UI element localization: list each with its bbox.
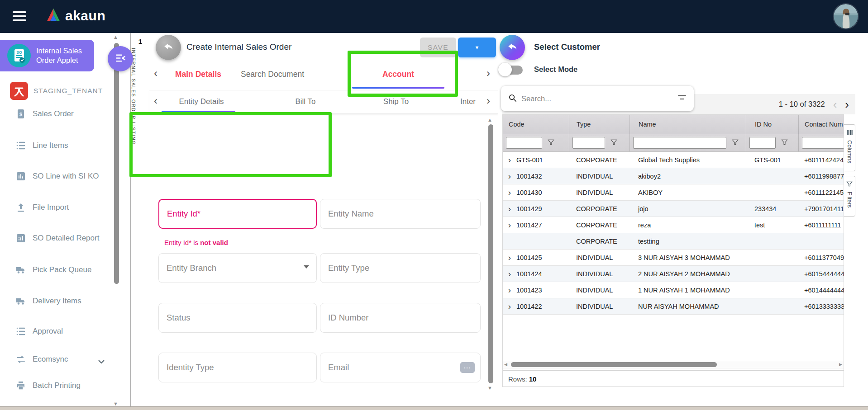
field-entity-name[interactable]: Entity Name [320, 199, 481, 229]
truck-icon [15, 296, 26, 306]
autofill-chip-icon[interactable]: ··· [460, 362, 475, 373]
picker-back-button[interactable] [500, 35, 525, 60]
field-identity-type[interactable]: Identity Type [158, 353, 317, 382]
column-header-contact-num[interactable]: Contact Num [798, 115, 844, 134]
table-row[interactable]: ›1001429CORPORATEjojo233434+7901701411 [503, 201, 844, 217]
column-header-code[interactable]: Code [503, 115, 569, 134]
sidebar-scroll-up-arrow[interactable]: ▲ [113, 34, 118, 40]
sidebar-item-so-detailed-report[interactable]: SO Detailed Report [0, 229, 130, 247]
sidebar-item-sales-order[interactable]: $Sales Order [0, 105, 130, 123]
filters-side-tab[interactable]: Filters [844, 176, 855, 217]
sidebar-scrollbar-thumb[interactable] [114, 43, 119, 284]
sidebar-item-tenant[interactable]: STAGING_TENANT [0, 80, 130, 102]
row-expand-icon[interactable]: › [503, 201, 516, 217]
funnel-icon[interactable] [776, 139, 788, 147]
column-header-type[interactable]: Type [569, 115, 630, 134]
table-header-row: CodeTypeNameID NoContact Num [503, 115, 844, 134]
table-row[interactable]: ›1001432INDIVIDUALakiboy2+6011998877 [503, 168, 844, 184]
filter-input-code[interactable] [506, 137, 542, 149]
field-email[interactable]: Email··· [320, 353, 481, 382]
user-avatar[interactable] [834, 4, 858, 28]
subtabs-scroll-right-icon[interactable]: › [486, 94, 490, 107]
sidebar-item-line-items[interactable]: Line Items [0, 137, 130, 155]
table-row[interactable]: ›1001423INDIVIDUAL1 NUR AISYAH 1 MOHAMMA… [503, 282, 844, 298]
sidebar-item-so-line-with-si-ko[interactable]: SO Line with SI KO [0, 167, 130, 185]
sidebar-item-file-import[interactable]: File Import [0, 198, 130, 217]
row-expand-icon[interactable]: › [503, 282, 516, 298]
columns-side-tab[interactable]: Columns [844, 124, 855, 171]
listing-strip[interactable]: 1 INTERNAL SALES ORDER LISTING [130, 33, 150, 406]
filter-input-id-no[interactable] [749, 137, 776, 149]
subtab-inter[interactable]: Inter [460, 97, 476, 106]
editor-scroll-up-arrow[interactable]: ▲ [487, 117, 492, 123]
subtab-entity-details[interactable]: Entity Details [179, 97, 224, 106]
table-row[interactable]: ›1001430INDIVIDUALAKIBOY+6011122145 [503, 184, 844, 201]
tab-search-document[interactable]: Search Document [241, 69, 304, 79]
sidebar-item-approval[interactable]: Approval [0, 322, 130, 340]
sidebar-item-delivery-items[interactable]: Delivery Items [0, 292, 130, 310]
hscroll-right-arrow[interactable]: ▶ [839, 362, 842, 367]
filter-input-type[interactable] [572, 137, 605, 149]
subtab-ship-to[interactable]: Ship To [383, 97, 409, 106]
sidebar-item-pick-pack-queue[interactable]: Pick Pack Queue [0, 261, 130, 279]
row-expand-icon[interactable] [503, 233, 516, 249]
save-options-dropdown-button[interactable]: ▼ [458, 38, 496, 57]
hscroll-thumb[interactable] [511, 362, 717, 367]
back-button[interactable] [156, 35, 181, 60]
tabs-scroll-left-icon[interactable]: ‹ [154, 66, 157, 79]
hscroll-left-arrow[interactable]: ◀ [504, 362, 507, 367]
sidebar-scroll-down-arrow[interactable]: ▼ [113, 401, 118, 406]
sidebar-item-batch-printing[interactable]: Batch Printing [0, 377, 130, 395]
filter-input-contact-num[interactable] [802, 137, 844, 149]
search-input[interactable] [520, 94, 670, 104]
filter-sort-icon[interactable] [670, 94, 687, 103]
sidebar-item-ecomsync[interactable]: Ecomsync [0, 350, 130, 368]
sidebar-item-label: SO Detailed Report [33, 234, 99, 243]
cell-code: 1001422 [516, 298, 569, 314]
row-expand-icon[interactable]: › [503, 217, 516, 233]
filter-input-name[interactable] [633, 137, 726, 149]
table-row[interactable]: ›1001425INDIVIDUAL3 NUR AISYAH 3 MOHAMMA… [503, 250, 844, 266]
cell-code: 1001423 [516, 282, 569, 298]
table-row[interactable]: ›GTS-001CORPORATEGlobal Tech SuppliesGTS… [503, 152, 844, 168]
sidebar-collapse-button[interactable] [108, 46, 133, 71]
funnel-icon[interactable] [542, 139, 554, 147]
save-button[interactable]: SAVE [420, 38, 456, 57]
row-expand-icon[interactable]: › [503, 266, 516, 282]
table-row[interactable]: CORPORATEtestting [503, 233, 844, 250]
field-status[interactable]: Status [158, 303, 317, 333]
table-row[interactable]: ›1001427CORPORATErezatest+6011111111 [503, 217, 844, 233]
tab-main-details[interactable]: Main Details [175, 69, 221, 79]
subtab-bill-to[interactable]: Bill To [295, 97, 315, 106]
pagination-next-icon[interactable]: › [845, 100, 849, 109]
chevron-down-icon[interactable] [98, 358, 105, 366]
column-header-id-no[interactable]: ID No [746, 115, 798, 134]
field-entity-branch[interactable]: Entity Branch [158, 253, 317, 283]
cell-type: INDIVIDUAL [569, 250, 630, 265]
subtabs-scroll-left-icon[interactable]: ‹ [154, 94, 157, 107]
row-expand-icon[interactable]: › [503, 168, 516, 184]
field-entity-type[interactable]: Entity Type [320, 253, 481, 283]
funnel-icon[interactable] [605, 139, 617, 147]
field-entity-id[interactable]: Entity Id* [158, 199, 317, 229]
cell-name: 1 NUR AISYAH 1 MOHAMMAD [630, 282, 746, 298]
editor-scrollbar-thumb[interactable] [488, 124, 493, 383]
listing-index: 1 [131, 38, 150, 45]
table-row[interactable]: ›1001424INDIVIDUAL2 NUR AISYAH 2 MOHAMMA… [503, 266, 844, 282]
field-id-number[interactable]: ID Number [320, 303, 481, 333]
row-expand-icon[interactable]: › [503, 152, 516, 168]
dropdown-caret-icon[interactable] [304, 265, 309, 269]
tab-account[interactable]: Account [382, 69, 414, 79]
pagination-prev-icon[interactable]: ‹ [833, 100, 837, 109]
editor-scroll-down-arrow[interactable]: ▼ [487, 385, 492, 391]
funnel-icon[interactable] [726, 139, 739, 147]
table-row[interactable]: ›1001422INDIVIDUALNUR AISYAH MOHAMMAD+60… [503, 298, 844, 315]
cell-id-no [746, 233, 798, 249]
select-mode-toggle-knob[interactable] [498, 63, 512, 76]
row-expand-icon[interactable]: › [503, 250, 516, 265]
row-expand-icon[interactable]: › [503, 298, 516, 314]
tabs-scroll-right-icon[interactable]: › [486, 66, 490, 79]
column-header-name[interactable]: Name [630, 115, 746, 134]
row-expand-icon[interactable]: › [503, 184, 516, 200]
hamburger-menu-icon[interactable] [13, 11, 27, 22]
